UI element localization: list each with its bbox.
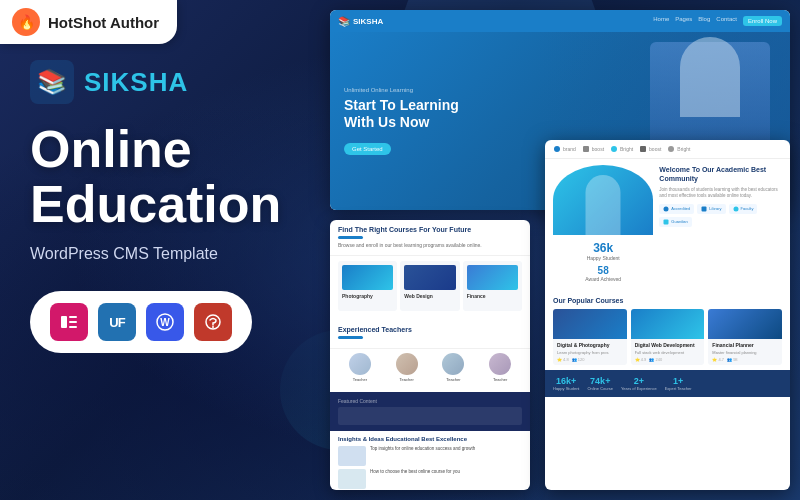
stat-item-1: 16k+ Happy Student bbox=[553, 376, 579, 391]
student-silhouette bbox=[586, 175, 621, 235]
stat-label-1: Happy Student bbox=[553, 386, 579, 391]
preview-hero-title: Start To Learning With Us Now bbox=[344, 97, 459, 131]
stat-number-2: 74k+ bbox=[587, 376, 613, 386]
blog-thumb-1 bbox=[338, 446, 366, 466]
course-img-2 bbox=[631, 309, 705, 339]
stat-36k-label: Happy Student bbox=[553, 255, 653, 261]
svg-text:📚: 📚 bbox=[37, 67, 67, 96]
preview-course-cards: Photography Web Design Finance bbox=[330, 256, 530, 316]
preview-person-head bbox=[680, 37, 740, 117]
preview-courses-sub: Browse and enroll in our best learning p… bbox=[338, 242, 522, 249]
course-card-3: Financial Planner Master financial plann… bbox=[708, 309, 782, 365]
svg-rect-19 bbox=[702, 206, 707, 211]
stat-36k: 36k bbox=[553, 241, 653, 255]
welcome-stats-block: 36k Happy Student 58 Award Achieved bbox=[553, 241, 653, 282]
course-title-3: Financial Planner bbox=[712, 342, 778, 348]
preview-blog-title: Insights & Ideas Educational Best Excell… bbox=[338, 436, 522, 442]
main-title: Online Education bbox=[30, 122, 310, 231]
hero-subtitle: WordPress CMS Template bbox=[30, 245, 310, 263]
course-card-1: Digital & Photography Learn photography … bbox=[553, 309, 627, 365]
svg-point-18 bbox=[664, 206, 669, 211]
course-card-text-1: Photography bbox=[342, 293, 393, 299]
preview-teacher-3: Teacher bbox=[432, 353, 476, 382]
svg-rect-16 bbox=[640, 146, 646, 152]
preview-blog-section: Insights & Ideas Educational Best Excell… bbox=[330, 431, 530, 491]
preview-dark-bar bbox=[338, 407, 522, 425]
preview-courses-title: Find The Right Courses For Your Future bbox=[338, 226, 522, 233]
preview-course-card-3: Finance bbox=[463, 261, 522, 311]
preview-dark-section: Featured Content bbox=[330, 392, 530, 431]
welcome-badges: Accredited Library Faculty Guardian bbox=[659, 204, 782, 227]
preview-hero-text: Unlimited Online Learning Start To Learn… bbox=[344, 87, 459, 155]
preview-nav-links: Home Pages Blog Contact Enroll Now bbox=[653, 16, 782, 26]
stat-58: 58 bbox=[553, 265, 653, 276]
left-content: 📚 SIKSHA Online Education WordPress CMS … bbox=[30, 60, 310, 353]
preview-courses-header: Find The Right Courses For Your Future B… bbox=[330, 220, 530, 256]
course-card-img-1 bbox=[342, 265, 393, 290]
stat-number-4: 1+ bbox=[665, 376, 692, 386]
stat-item-4: 1+ Expert Teacher bbox=[665, 376, 692, 391]
blog-thumb-2 bbox=[338, 469, 366, 489]
svg-rect-21 bbox=[664, 219, 669, 224]
course-body-1: Digital & Photography Learn photography … bbox=[553, 339, 627, 365]
course-body-3: Financial Planner Master financial plann… bbox=[708, 339, 782, 365]
svg-point-13 bbox=[554, 146, 560, 152]
hotshot-badge: 🔥 HotShot Author bbox=[0, 0, 177, 44]
course-desc-3: Master financial planning bbox=[712, 350, 778, 355]
badge-accredited: Accredited bbox=[659, 204, 694, 214]
preview-teacher-2: Teacher bbox=[385, 353, 429, 382]
stat-item-2: 74k+ Online Course bbox=[587, 376, 613, 391]
brand-name: SIKSHA bbox=[84, 67, 188, 98]
svg-rect-14 bbox=[583, 146, 589, 152]
teacher-avatar-3 bbox=[442, 353, 464, 375]
teacher-avatar-2 bbox=[396, 353, 418, 375]
wordpress-icon: W bbox=[146, 303, 184, 341]
courses-grid: Digital & Photography Learn photography … bbox=[553, 309, 782, 365]
preview-popular-courses: Our Popular Courses Digital & Photograph… bbox=[545, 292, 790, 370]
preview-logos-row: brand boost Bright boost Bright bbox=[545, 140, 790, 159]
preview-nav-btn: Enroll Now bbox=[743, 16, 782, 26]
course-body-2: Digital Web Development Full stack web d… bbox=[631, 339, 705, 365]
course-stats-3: ⭐ 4.7 👥 98 bbox=[712, 357, 778, 362]
svg-point-11 bbox=[212, 326, 214, 328]
svg-text:W: W bbox=[160, 317, 170, 328]
preview-stats-row: 16k+ Happy Student 74k+ Online Course 2+… bbox=[545, 370, 790, 397]
preview-teachers-row: Teacher Teacher Teacher Teacher bbox=[330, 349, 530, 386]
preview-hero-btn: Get Started bbox=[344, 143, 391, 155]
logo-item-4: boost bbox=[639, 145, 661, 153]
stat-label-3: Years of Experience bbox=[621, 386, 657, 391]
svg-point-17 bbox=[668, 146, 674, 152]
course-card-text-3: Finance bbox=[467, 293, 518, 299]
svg-rect-5 bbox=[69, 316, 77, 318]
course-card-img-3 bbox=[467, 265, 518, 290]
blog-text-1: Top insights for online education succes… bbox=[370, 446, 475, 452]
svg-point-15 bbox=[611, 146, 617, 152]
stat-item-3: 2+ Years of Experience bbox=[621, 376, 657, 391]
welcome-right: Welcome To Our Academic Best Community J… bbox=[659, 165, 782, 286]
teacher-avatar-1 bbox=[349, 353, 371, 375]
elementor-icon bbox=[50, 303, 88, 341]
badge-faculty: Faculty bbox=[729, 204, 758, 214]
preview-blog-item-2: How to choose the best online course for… bbox=[338, 469, 522, 489]
teacher-name-1: Teacher bbox=[338, 377, 382, 382]
popular-courses-title: Our Popular Courses bbox=[553, 297, 782, 304]
badge-text: HotShot Author bbox=[48, 14, 159, 31]
svg-text:🔥: 🔥 bbox=[18, 14, 36, 31]
svg-point-20 bbox=[733, 206, 738, 211]
preview-hero-small-label: Unlimited Online Learning bbox=[344, 87, 459, 93]
teacher-name-4: Teacher bbox=[478, 377, 522, 382]
svg-rect-6 bbox=[69, 321, 77, 323]
preview-nav: 📚 SIKSHA Home Pages Blog Contact Enroll … bbox=[330, 10, 790, 32]
preview-teacher-4: Teacher bbox=[478, 353, 522, 382]
stat-label-4: Expert Teacher bbox=[665, 386, 692, 391]
svg-text:📚: 📚 bbox=[338, 15, 350, 27]
preview-teacher-1: Teacher bbox=[338, 353, 382, 382]
course-card-text-2: Web Design bbox=[404, 293, 455, 299]
course-card-2: Digital Web Development Full stack web d… bbox=[631, 309, 705, 365]
stat-number-3: 2+ bbox=[621, 376, 657, 386]
teacher-avatar-4 bbox=[489, 353, 511, 375]
welcome-title: Welcome To Our Academic Best Community bbox=[659, 165, 782, 183]
welcome-student-image bbox=[553, 165, 653, 235]
logo-item-1: brand bbox=[553, 145, 576, 153]
course-stats-1: ⭐ 4.8 👥 120 bbox=[557, 357, 623, 362]
